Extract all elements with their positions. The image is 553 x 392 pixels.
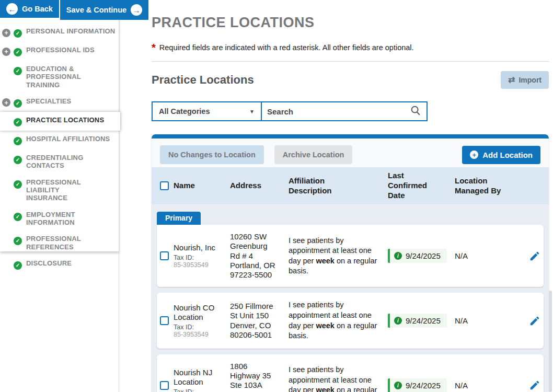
sidebar-item-label: PERSONAL INFORMATION	[25, 27, 115, 35]
save-continue-button[interactable]: Save & Continue →	[59, 0, 148, 20]
sidebar-item[interactable]: + ✓ PRACTICE LOCATIONS	[0, 112, 120, 131]
sidebar-item[interactable]: + ✓ EMPLOYMENT INFORMATION	[0, 206, 119, 231]
row-checkbox[interactable]	[160, 251, 169, 260]
divider-rule	[152, 61, 549, 62]
no-changes-button[interactable]: No Changes to Location	[160, 145, 264, 164]
info-icon[interactable]: i	[394, 252, 402, 260]
complete-check-icon: ✓	[14, 261, 22, 270]
col-header-affiliation: Affiliation Description	[289, 176, 388, 196]
table-row: Nourish NJ Location Tax ID: 85-3953549 1…	[157, 354, 544, 392]
location-name: Nourish, Inc	[174, 243, 215, 252]
expand-slot: +	[2, 235, 14, 245]
scrollbar-thumb[interactable]	[549, 291, 552, 392]
confirmed-date: 9/24/2025	[406, 251, 441, 260]
status-slot: ✓	[14, 27, 25, 38]
search-field-wrap	[261, 102, 427, 120]
complete-check-icon: ✓	[14, 48, 22, 56]
complete-check-icon: ✓	[14, 237, 22, 245]
complete-check-icon: ✓	[14, 99, 22, 108]
archive-location-button[interactable]: Archive Location	[274, 145, 353, 164]
affiliation-description-cell: I see patients by appointment at least o…	[289, 236, 385, 276]
sidebar-item[interactable]: + ✓ PROFESSIONAL LIABILITY INSURANCE	[0, 174, 119, 206]
select-all-checkbox[interactable]	[160, 181, 169, 190]
required-note: * Required fields are indicated with a r…	[152, 42, 549, 53]
rows-container: Nourish, Inc Tax ID: 85-3953549 10260 SW…	[157, 225, 544, 392]
go-back-button[interactable]: ← Go Back	[0, 0, 59, 18]
last-confirmed-cell: i 9/24/2025	[388, 249, 455, 263]
import-button[interactable]: ⇄ Import	[501, 71, 549, 89]
sidebar-item[interactable]: + ✓ HOSPITAL AFFILIATIONS	[0, 131, 119, 149]
managed-by-cell: N/A	[455, 381, 517, 390]
edit-pencil-icon	[529, 379, 540, 391]
edit-pencil-icon	[529, 315, 540, 327]
name-cell: Nourish, Inc Tax ID: 85-3953549	[174, 243, 230, 269]
add-location-label: Add Location	[482, 151, 533, 159]
address-cell: 10260 SW Greenburg Rd # 4 Portland, OR 9…	[230, 232, 289, 280]
complete-check-icon: ✓	[14, 29, 22, 38]
last-confirmed-cell: i 9/24/2025	[388, 314, 455, 328]
complete-check-icon: ✓	[14, 213, 22, 221]
complete-check-icon: ✓	[14, 118, 22, 126]
sidebar-item[interactable]: + ✓ PROFESSIONAL IDS	[0, 42, 119, 61]
sidebar-item[interactable]: + ✓ CREDENTIALING CONTACTS	[0, 149, 119, 174]
col-header-last-confirmed: Last Confirmed Date	[388, 171, 455, 200]
confirmed-date-badge: i 9/24/2025	[388, 314, 447, 328]
filter-bar: All Categories ▼	[152, 101, 428, 121]
required-note-text: Required fields are indicated with a red…	[159, 42, 414, 52]
info-icon[interactable]: i	[394, 382, 402, 389]
managed-by-cell: N/A	[455, 316, 517, 325]
locations-card: No Changes to Location Archive Location …	[152, 134, 549, 392]
complete-check-icon: ✓	[14, 156, 22, 164]
edit-pencil-icon	[529, 250, 540, 262]
forward-arrow-icon: →	[131, 4, 142, 16]
table-row: Nourish, Inc Tax ID: 85-3953549 10260 SW…	[157, 225, 544, 287]
status-slot: ✓	[14, 154, 25, 164]
sidebar-item-label: HOSPITAL AFFILIATIONS	[25, 135, 110, 143]
edit-location-button[interactable]	[529, 315, 544, 327]
sidebar-item[interactable]: + ✓ PROFESSIONAL REFERENCES	[0, 230, 119, 255]
info-icon[interactable]: i	[394, 317, 402, 325]
col-header-address: Address	[230, 181, 289, 191]
table-header-row: Name Address Affiliation Description Las…	[152, 167, 549, 204]
expand-plus-icon[interactable]: +	[2, 98, 10, 107]
sidebar-item[interactable]: + ✓ EDUCATION & PROFESSIONAL TRAINING	[0, 61, 119, 93]
row-checkbox[interactable]	[160, 381, 169, 390]
sidebar-item[interactable]: + ✓ SPECIALTIES	[0, 93, 119, 112]
card-accent-bar	[152, 134, 549, 139]
tax-id-label: Tax ID:	[174, 324, 226, 331]
import-arrows-icon: ⇄	[508, 76, 515, 84]
expand-slot: +	[2, 97, 14, 107]
expand-plus-icon[interactable]: +	[2, 29, 10, 37]
section-header-row: Practice Locations ⇄ Import	[152, 71, 549, 89]
complete-check-icon: ✓	[14, 67, 22, 75]
status-slot: ✓	[14, 46, 25, 56]
add-location-button[interactable]: + Add Location	[462, 146, 540, 164]
sidebar-item[interactable]: + ✓ PERSONAL INFORMATION	[0, 23, 119, 42]
category-dropdown[interactable]: All Categories ▼	[153, 102, 261, 120]
expand-slot: +	[2, 46, 14, 56]
back-arrow-icon: ←	[6, 3, 18, 15]
sidebar-item-label: PROFESSIONAL LIABILITY INSURANCE	[25, 178, 116, 202]
affiliation-description-cell: I see patients by appointment at least o…	[289, 300, 385, 341]
sidebar-item-label: PRACTICE LOCATIONS	[25, 116, 104, 124]
expand-slot: +	[2, 178, 14, 188]
edit-location-button[interactable]	[529, 250, 544, 262]
sidebar-item-label: EMPLOYMENT INFORMATION	[25, 211, 75, 227]
col-header-managed-by: Location Managed By	[455, 176, 517, 196]
tax-id-value: 85-3953549	[174, 261, 226, 269]
save-continue-label: Save & Continue	[66, 6, 126, 14]
sidebar-item-label: CREDENTIALING CONTACTS	[25, 154, 84, 170]
confirmed-date-badge: i 9/24/2025	[388, 378, 447, 392]
sidebar-item[interactable]: + ✓ DISCLOSURE	[0, 255, 119, 274]
sidebar-item-label: PROFESSIONAL REFERENCES	[25, 235, 81, 251]
name-cell: Nourish CO Location Tax ID: 85-3953549	[174, 303, 230, 338]
search-icon[interactable]	[410, 105, 421, 118]
tax-id-value: 85-3953549	[174, 331, 226, 338]
expand-plus-icon[interactable]: +	[2, 48, 10, 56]
edit-location-button[interactable]	[529, 379, 544, 391]
last-confirmed-cell: i 9/24/2025	[388, 378, 455, 392]
go-back-label: Go Back	[22, 5, 53, 13]
row-checkbox[interactable]	[160, 316, 169, 325]
search-input[interactable]	[267, 107, 410, 116]
card-toolbar: No Changes to Location Archive Location …	[152, 139, 549, 167]
